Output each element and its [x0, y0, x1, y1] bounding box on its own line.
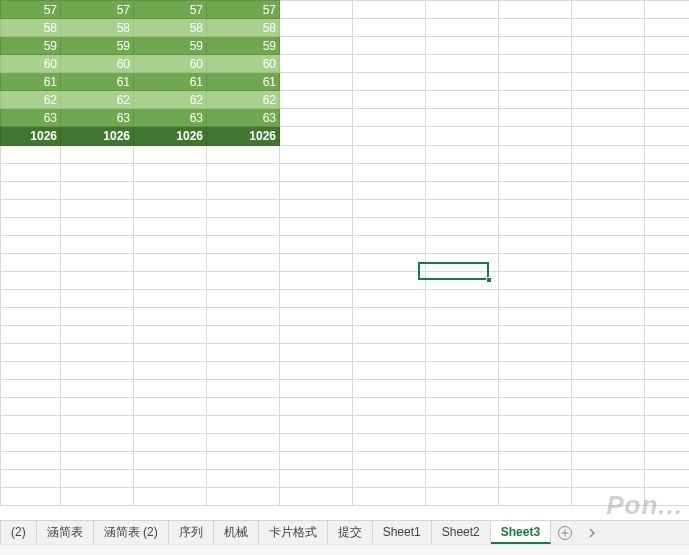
cell[interactable]	[645, 398, 690, 416]
cell[interactable]	[572, 434, 645, 452]
cell[interactable]	[207, 146, 280, 164]
cell[interactable]	[207, 434, 280, 452]
cell[interactable]	[426, 1, 499, 19]
cell[interactable]	[353, 272, 426, 290]
cell[interactable]	[426, 200, 499, 218]
tab-scroll-right[interactable]	[581, 521, 603, 544]
cell[interactable]	[499, 326, 572, 344]
cell[interactable]	[134, 200, 207, 218]
cell[interactable]	[280, 200, 353, 218]
cell[interactable]	[499, 272, 572, 290]
cell[interactable]	[61, 326, 134, 344]
cell[interactable]	[645, 236, 690, 254]
cell[interactable]	[280, 91, 353, 109]
cell[interactable]	[134, 164, 207, 182]
cell[interactable]	[572, 127, 645, 146]
cell[interactable]	[353, 182, 426, 200]
total-cell[interactable]: 1026	[61, 127, 134, 146]
cell[interactable]: 60	[1, 55, 61, 73]
cell[interactable]	[280, 19, 353, 37]
cell[interactable]	[1, 434, 61, 452]
cell[interactable]	[207, 200, 280, 218]
cell[interactable]	[61, 434, 134, 452]
sheet-tab-partial[interactable]: (2)	[0, 521, 37, 544]
cell[interactable]	[572, 109, 645, 127]
fill-handle[interactable]	[486, 277, 492, 283]
cell[interactable]	[499, 236, 572, 254]
cell[interactable]	[645, 488, 690, 506]
cell[interactable]: 59	[207, 37, 280, 55]
cell[interactable]	[1, 200, 61, 218]
cell[interactable]	[426, 326, 499, 344]
cell[interactable]	[426, 127, 499, 146]
cell[interactable]	[572, 146, 645, 164]
cell[interactable]	[499, 452, 572, 470]
cell[interactable]	[353, 254, 426, 272]
total-cell[interactable]: 1026	[134, 127, 207, 146]
cell[interactable]	[353, 73, 426, 91]
cell[interactable]	[1, 452, 61, 470]
cell[interactable]	[61, 416, 134, 434]
sheet-tab[interactable]: 提交	[328, 521, 373, 544]
cell[interactable]	[353, 434, 426, 452]
cell[interactable]	[499, 182, 572, 200]
cell[interactable]	[426, 55, 499, 73]
cell[interactable]	[353, 1, 426, 19]
cell[interactable]	[426, 488, 499, 506]
cell[interactable]	[280, 1, 353, 19]
cell[interactable]: 63	[1, 109, 61, 127]
cell[interactable]	[645, 272, 690, 290]
cell[interactable]	[61, 308, 134, 326]
cell[interactable]: 59	[61, 37, 134, 55]
cell[interactable]	[572, 344, 645, 362]
cell[interactable]: 62	[207, 91, 280, 109]
cell[interactable]	[426, 380, 499, 398]
cell[interactable]	[207, 488, 280, 506]
cell[interactable]	[426, 308, 499, 326]
cell[interactable]	[645, 344, 690, 362]
cell[interactable]	[61, 236, 134, 254]
cell[interactable]	[207, 236, 280, 254]
cell[interactable]	[499, 1, 572, 19]
cell[interactable]	[499, 146, 572, 164]
cell[interactable]	[426, 236, 499, 254]
cell[interactable]	[1, 308, 61, 326]
cell[interactable]	[499, 55, 572, 73]
cell[interactable]	[280, 290, 353, 308]
cell[interactable]	[499, 91, 572, 109]
cell[interactable]	[645, 290, 690, 308]
cell[interactable]	[280, 416, 353, 434]
cell[interactable]	[645, 127, 690, 146]
sheet-tab[interactable]: 卡片格式	[259, 521, 328, 544]
cell[interactable]	[134, 326, 207, 344]
cell[interactable]	[572, 218, 645, 236]
cell[interactable]	[134, 272, 207, 290]
cell[interactable]: 58	[61, 19, 134, 37]
cell[interactable]	[207, 398, 280, 416]
cell[interactable]	[572, 236, 645, 254]
cell[interactable]	[572, 290, 645, 308]
cell[interactable]	[572, 452, 645, 470]
cell[interactable]	[207, 164, 280, 182]
cell[interactable]	[280, 37, 353, 55]
cell[interactable]	[61, 182, 134, 200]
cell[interactable]	[134, 416, 207, 434]
cell[interactable]	[645, 37, 690, 55]
cell[interactable]	[499, 200, 572, 218]
cell[interactable]: 61	[1, 73, 61, 91]
cell[interactable]: 60	[134, 55, 207, 73]
cell[interactable]	[1, 254, 61, 272]
cell[interactable]	[1, 272, 61, 290]
cell[interactable]	[426, 290, 499, 308]
cell[interactable]	[134, 344, 207, 362]
cell[interactable]	[499, 37, 572, 55]
cell[interactable]	[572, 416, 645, 434]
cell[interactable]	[61, 272, 134, 290]
cell[interactable]	[61, 362, 134, 380]
cell[interactable]: 62	[1, 91, 61, 109]
cell[interactable]	[353, 416, 426, 434]
cell[interactable]	[61, 452, 134, 470]
cell[interactable]	[426, 182, 499, 200]
cell[interactable]: 61	[61, 73, 134, 91]
cell[interactable]	[1, 290, 61, 308]
